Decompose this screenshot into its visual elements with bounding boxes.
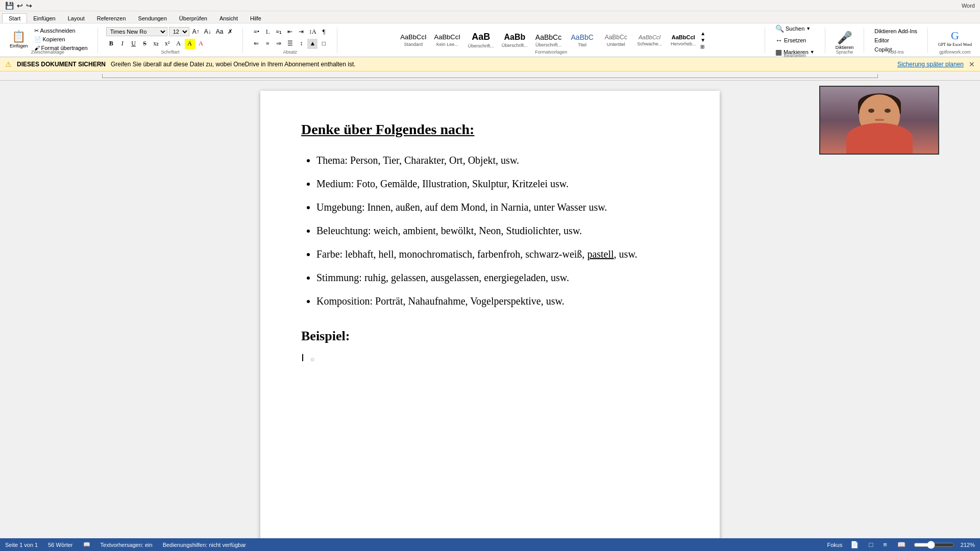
search-button[interactable]: 🔍 Suchen ▼ <box>773 23 817 34</box>
font-size-decrease[interactable]: A↓ <box>203 28 213 36</box>
webcam-overlay <box>819 86 939 155</box>
notification-bold: DIESES DOKUMENT SICHERN <box>17 61 106 68</box>
zoom-level: 212% <box>961 542 975 548</box>
align-center-button[interactable]: ≡ <box>262 39 273 49</box>
decrease-indent-button[interactable]: ⇤ <box>285 27 295 37</box>
list-item: Stimmung: ruhig, gelassen, ausgelassen, … <box>316 270 679 285</box>
zoom-slider[interactable] <box>914 541 954 549</box>
borders-button[interactable]: □ <box>318 39 329 49</box>
notification-link[interactable]: Sicherung später planen <box>897 61 964 68</box>
quick-access-save[interactable]: 💾 <box>5 2 14 10</box>
cut-button[interactable]: ✂ Ausschneiden <box>33 27 89 35</box>
editor-button[interactable]: Editor <box>872 36 891 44</box>
list-item: Medium: Foto, Gemälde, Illustration, Sku… <box>316 177 679 191</box>
notification-icon: ⚠ <box>5 60 12 68</box>
line-spacing-button[interactable]: ↕ <box>296 39 306 49</box>
text-effect-button[interactable]: A <box>174 39 184 49</box>
cut-icon: ✂ <box>34 28 39 34</box>
focus-button[interactable]: Fokus <box>827 542 842 548</box>
ruler <box>0 71 980 81</box>
paste-button[interactable]: 📋 Einfügen <box>6 29 32 50</box>
word-count: 56 Wörter <box>48 542 72 548</box>
font-color-button[interactable]: A <box>196 39 206 49</box>
add-ins-button[interactable]: Diktieren Add-Ins <box>872 27 919 35</box>
document-heading: Denke über Folgendes nach: <box>301 121 679 138</box>
italic-button[interactable]: I <box>117 39 128 49</box>
proofing-icon[interactable]: 📖 <box>83 541 90 548</box>
styles-gallery-scroll-up[interactable]: ▲ ▼ ⊞ <box>700 31 705 49</box>
font-size-select[interactable]: 12 <box>169 27 189 36</box>
page-count: Seite 1 von 1 <box>5 542 38 548</box>
list-item: Beleuchtung: weich, ambient, bewölkt, Ne… <box>316 223 679 238</box>
tab-mailings[interactable]: Sendungen <box>132 14 173 23</box>
accessibility-status: Bedienungshilfen: nicht verfügbar <box>163 542 246 548</box>
list-item: Thema: Person, Tier, Charakter, Ort, Obj… <box>316 153 679 167</box>
quick-access-redo[interactable]: ↪ <box>26 2 32 10</box>
superscript-button[interactable]: x² <box>162 39 173 49</box>
quick-access-undo[interactable]: ↩ <box>17 2 23 10</box>
bullet-list: Thema: Person, Tier, Charakter, Ort, Obj… <box>316 153 679 308</box>
shading-button[interactable]: ▲ <box>307 39 317 49</box>
font-size-increase[interactable]: A↑ <box>191 28 201 36</box>
subscript-button[interactable]: x₂ <box>151 39 161 49</box>
gpt-button[interactable]: G GPT für Excel Word <box>936 27 974 49</box>
dictate-button[interactable]: 🎤 Diktieren <box>834 29 856 52</box>
tab-help[interactable]: Hilfe <box>244 14 267 23</box>
numbering-button[interactable]: 1. <box>262 27 273 37</box>
tab-view[interactable]: Ansicht <box>213 14 244 23</box>
word-page[interactable]: Denke über Folgendes nach: Thema: Person… <box>260 91 720 551</box>
replace-button[interactable]: ↔ Ersetzen <box>773 35 817 45</box>
list-item: Komposition: Porträt, Nahaufnahme, Vogel… <box>316 294 679 308</box>
font-name-select[interactable]: Times New Ro <box>106 27 167 36</box>
paste-icon: 📋 <box>12 30 26 43</box>
tab-references[interactable]: Referenzen <box>91 14 132 23</box>
replace-icon: ↔ <box>775 36 782 44</box>
tab-insert[interactable]: Einfügen <box>27 14 61 23</box>
view-print-icon[interactable]: 📄 <box>848 540 861 549</box>
view-web-icon[interactable]: □ <box>867 540 875 549</box>
sort-button[interactable]: ↕A <box>307 27 317 37</box>
align-left-button[interactable]: ⇐ <box>251 39 261 49</box>
list-item: Umgebung: Innen, außen, auf dem Mond, in… <box>316 200 679 214</box>
copy-icon: 📄 <box>34 36 41 43</box>
notification-close[interactable]: ✕ <box>969 60 975 68</box>
content-area: Denke über Folgendes nach: Thema: Person… <box>0 81 980 551</box>
tab-layout[interactable]: Layout <box>62 14 91 23</box>
underline-button[interactable]: U <box>129 39 139 49</box>
change-case-button[interactable]: Aa <box>214 28 225 36</box>
bold-button[interactable]: B <box>106 39 116 49</box>
increase-indent-button[interactable]: ⇥ <box>296 27 306 37</box>
document-subheading: Beispiel: <box>301 329 679 344</box>
tab-start[interactable]: Start <box>2 13 27 23</box>
gpt-icon: G <box>951 29 959 42</box>
align-right-button[interactable]: ⇒ <box>274 39 284 49</box>
tab-review[interactable]: Überprüfen <box>173 14 213 23</box>
view-outline-icon[interactable]: ≡ <box>881 540 889 549</box>
justify-button[interactable]: ☰ <box>285 39 295 49</box>
highlight-button[interactable]: A <box>185 39 195 49</box>
text-cursor[interactable] <box>302 354 306 361</box>
view-read-icon[interactable]: 📖 <box>895 540 908 549</box>
show-marks-button[interactable]: ¶ <box>318 27 329 37</box>
clear-format-button[interactable]: ✗ <box>226 28 234 36</box>
copy-button[interactable]: 📄 Kopieren <box>33 36 89 43</box>
paragraph-mark: ⊙ <box>310 357 314 362</box>
app-title: Word <box>962 3 975 9</box>
strikethrough-button[interactable]: S <box>140 39 150 49</box>
multilevel-list-button[interactable]: ≡₁ <box>274 27 284 37</box>
bullets-button[interactable]: ≡• <box>251 27 261 37</box>
dictate-icon: 🎤 <box>837 31 852 45</box>
status-bar: Seite 1 von 1 56 Wörter 📖 Textvorhersage… <box>0 538 980 551</box>
list-item: Farbe: lebhaft, hell, monochromatisch, f… <box>316 247 679 261</box>
notification-text: Greifen Sie überall auf diese Datei zu, … <box>111 61 892 68</box>
search-icon: 🔍 <box>775 24 784 33</box>
text-prediction-status: Textvorhersagen: ein <box>101 542 153 548</box>
